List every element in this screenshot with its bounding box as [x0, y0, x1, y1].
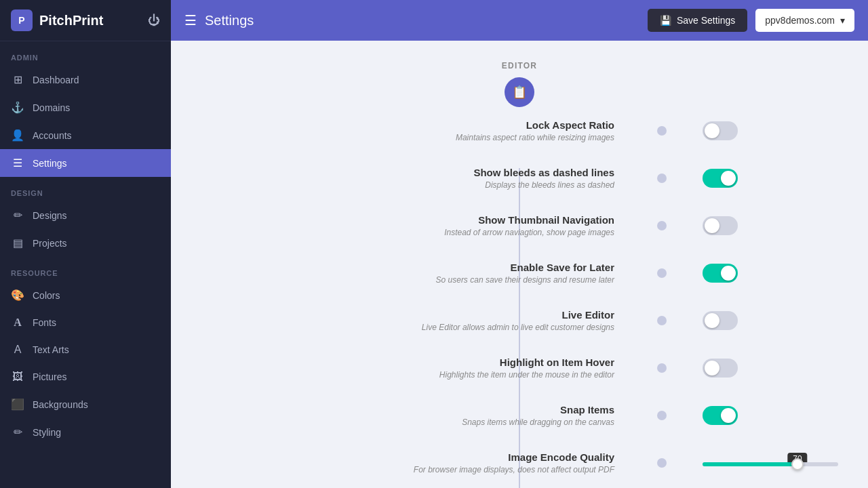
- slider-track-image-encode-quality[interactable]: [703, 462, 838, 466]
- toggle-thumb-show-thumbnail: [705, 218, 719, 233]
- timeline-dot-lock-aspect-ratio: [635, 126, 689, 136]
- design-section-label: DESIGN: [0, 177, 171, 201]
- setting-desc-show-bleeds: Displays the bleeds lines as dashed: [214, 180, 614, 190]
- setting-control-show-thumbnail: [689, 216, 825, 235]
- projects-icon: ▤: [11, 237, 24, 249]
- setting-row-show-bleeds: Show bleeds as dashed lines Displays the…: [214, 155, 825, 202]
- backgrounds-icon: ⬛: [11, 398, 24, 411]
- toggle-show-bleeds[interactable]: [703, 169, 738, 188]
- toggle-thumb-highlight-hover: [705, 361, 719, 375]
- setting-desc-lock-aspect-ratio: Maintains aspect ratio while resizing im…: [214, 133, 614, 142]
- sidebar-item-projects[interactable]: ▤ Projects: [0, 229, 171, 257]
- textarts-icon: A: [11, 344, 24, 356]
- setting-desc-show-thumbnail: Instead of arrow naviagtion, show page i…: [214, 228, 614, 237]
- toggle-track-highlight-hover: [703, 359, 738, 378]
- domains-icon: ⚓: [11, 101, 24, 114]
- sidebar-item-settings[interactable]: ☰ Settings: [0, 149, 171, 177]
- setting-row-live-editor: Live Editor Live Editor allows admin to …: [214, 297, 825, 344]
- timeline-dot-highlight-hover: [635, 363, 689, 373]
- timeline-dot-snap-items: [635, 411, 689, 420]
- toggle-track-show-bleeds: [703, 169, 738, 188]
- sidebar-item-label: Designs: [33, 210, 67, 221]
- sidebar-item-label: Projects: [33, 238, 67, 249]
- sidebar-item-fonts[interactable]: A Fonts: [0, 309, 171, 336]
- sidebar-item-label: Settings: [33, 158, 67, 169]
- toggle-snap-items[interactable]: [703, 406, 738, 425]
- setting-label-live-editor: Live Editor: [214, 309, 614, 321]
- domain-selector[interactable]: ppv8demos.com ▾: [755, 9, 854, 32]
- setting-control-lock-aspect-ratio: [689, 121, 825, 140]
- colors-icon: 🎨: [11, 289, 24, 302]
- sidebar-item-label: Fonts: [33, 317, 56, 328]
- setting-text-show-thumbnail: Show Thumbnail Navigation Instead of arr…: [214, 214, 635, 237]
- dot-circle-highlight-hover: [657, 363, 667, 373]
- setting-control-snap-items: [689, 406, 825, 425]
- dot-circle-show-bleeds: [657, 174, 667, 183]
- sidebar-item-domains[interactable]: ⚓ Domains: [0, 94, 171, 121]
- setting-desc-snap-items: Snaps items while dragging on the canvas: [214, 418, 614, 427]
- sidebar-item-pictures[interactable]: 🖼 Pictures: [0, 363, 171, 390]
- sidebar-item-label: Backgrounds: [33, 399, 88, 410]
- dot-circle-snap-items: [657, 411, 667, 420]
- setting-text-show-bleeds: Show bleeds as dashed lines Displays the…: [214, 167, 635, 190]
- sidebar-item-label: Dashboard: [33, 75, 79, 85]
- editor-label: EDITOR: [502, 61, 537, 70]
- save-settings-button[interactable]: 💾 Save Settings: [648, 9, 747, 32]
- sidebar-item-backgrounds[interactable]: ⬛ Backgrounds: [0, 390, 171, 418]
- toggle-live-editor[interactable]: [703, 311, 738, 330]
- timeline-dot-image-encode-quality: [635, 458, 689, 468]
- setting-label-enable-save: Enable Save for Later: [214, 262, 614, 273]
- slider-thumb-image-encode-quality[interactable]: [791, 458, 804, 470]
- dot-circle-show-thumbnail: [657, 221, 667, 230]
- header-title: Settings: [205, 13, 254, 28]
- setting-control-highlight-hover: [689, 359, 825, 378]
- slider-fill-image-encode-quality: [703, 462, 797, 466]
- sidebar-item-accounts[interactable]: 👤 Accounts: [0, 121, 171, 149]
- main-content: ☰ Settings 💾 Save Settings ppv8demos.com…: [171, 0, 868, 488]
- logo-area: P PitchPrint ⏻: [0, 0, 171, 41]
- dashboard-icon: ⊞: [11, 73, 24, 86]
- setting-control-live-editor: [689, 311, 825, 330]
- header: ☰ Settings 💾 Save Settings ppv8demos.com…: [171, 0, 868, 41]
- setting-desc-image-encode-quality: For browser image displays, does not aff…: [214, 465, 614, 474]
- toggle-show-thumbnail[interactable]: [703, 216, 738, 235]
- logo-text: PitchPrint: [39, 13, 103, 28]
- toggle-thumb-enable-save: [721, 266, 736, 281]
- sidebar-item-styling[interactable]: ✏ Styling: [0, 418, 171, 446]
- timeline-dot-live-editor: [635, 316, 689, 325]
- toggle-lock-aspect-ratio[interactable]: [703, 121, 738, 140]
- setting-desc-enable-save: So users can save their designs and resu…: [214, 275, 614, 285]
- timeline-dot-enable-save: [635, 268, 689, 278]
- sidebar-item-textarts[interactable]: A Text Arts: [0, 336, 171, 363]
- setting-text-snap-items: Snap Items Snaps items while dragging on…: [214, 404, 635, 427]
- sidebar-item-dashboard[interactable]: ⊞ Dashboard: [0, 66, 171, 94]
- admin-section-label: ADMIN: [0, 41, 171, 66]
- logo-icon: P: [11, 9, 33, 31]
- setting-control-enable-save: [689, 264, 825, 283]
- toggle-enable-save[interactable]: [703, 264, 738, 283]
- toggle-highlight-hover[interactable]: [703, 359, 738, 378]
- dot-circle-live-editor: [657, 316, 667, 325]
- setting-label-show-bleeds: Show bleeds as dashed lines: [214, 167, 614, 178]
- setting-control-image-encode-quality: 70: [689, 460, 825, 466]
- setting-row-enable-save: Enable Save for Later So users can save …: [214, 249, 825, 297]
- toggle-track-enable-save: [703, 264, 738, 283]
- resource-section-label: RESOURCE: [0, 257, 171, 281]
- chevron-down-icon: ▾: [840, 15, 845, 26]
- editor-section-icon: 📋: [505, 77, 534, 107]
- pictures-icon: 🖼: [11, 371, 24, 383]
- save-icon: 💾: [660, 15, 671, 26]
- toggle-thumb-snap-items: [721, 408, 736, 423]
- setting-text-enable-save: Enable Save for Later So users can save …: [214, 262, 635, 285]
- sidebar-item-colors[interactable]: 🎨 Colors: [0, 281, 171, 309]
- setting-desc-live-editor: Live Editor allows admin to live edit cu…: [214, 323, 614, 332]
- dot-circle-lock-aspect-ratio: [657, 126, 667, 136]
- sidebar-item-label: Accounts: [33, 130, 72, 141]
- power-icon[interactable]: ⏻: [148, 14, 160, 28]
- toggle-thumb-lock-aspect-ratio: [705, 123, 719, 138]
- setting-text-image-encode-quality: Image Encode Quality For browser image d…: [214, 451, 635, 474]
- sidebar-item-designs[interactable]: ✏ Designs: [0, 201, 171, 229]
- settings-header-icon: ☰: [184, 12, 197, 28]
- sidebar-item-label: Styling: [33, 427, 61, 438]
- sidebar-item-label: Text Arts: [33, 344, 69, 355]
